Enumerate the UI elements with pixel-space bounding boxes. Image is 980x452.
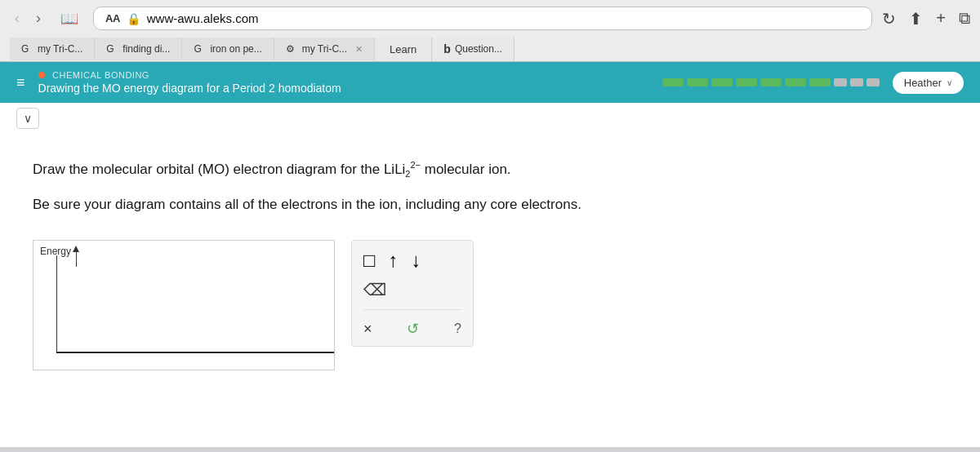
- tab-my-tric-1[interactable]: G my Tri-C...: [10, 38, 95, 60]
- energy-diagram[interactable]: Energy: [33, 240, 335, 370]
- back-button[interactable]: ‹: [10, 8, 24, 29]
- prog-6: [785, 78, 806, 86]
- ion-formula: Li22−: [394, 162, 421, 177]
- prog-8: [834, 78, 847, 86]
- prog-9: [850, 78, 863, 86]
- prog-10: [866, 78, 880, 86]
- progress-bar: [662, 78, 880, 86]
- hamburger-icon[interactable]: ≡: [16, 74, 25, 91]
- question-text-after: molecular ion.: [421, 162, 511, 177]
- prog-5: [760, 78, 782, 86]
- arrow-up-tool-icon[interactable]: ↑: [389, 249, 399, 272]
- tab-iron-on-pe[interactable]: G iron on pe...: [182, 38, 274, 60]
- prog-3: [711, 78, 733, 86]
- energy-arrow-icon: [73, 247, 79, 267]
- bold-b-icon: b: [443, 42, 451, 55]
- x-axis-line: [56, 352, 334, 353]
- header-topic: CHEMICAL BONDING Drawing the MO energy d…: [38, 70, 649, 95]
- aa-label: AA: [105, 12, 120, 24]
- ion-subscript: 2: [405, 169, 410, 179]
- tab-question[interactable]: b Question...: [432, 37, 514, 61]
- y-axis-line: [56, 255, 57, 353]
- question-line2: Be sure your diagram contains all of the…: [33, 193, 947, 215]
- prog-4: [736, 78, 757, 86]
- tab-learn[interactable]: Learn: [375, 38, 432, 61]
- url-text: www-awu.aleks.com: [147, 11, 259, 25]
- question-area: Draw the molecular orbital (MO) electron…: [0, 134, 980, 447]
- arrow-down-tool-icon[interactable]: ↓: [412, 249, 421, 272]
- google-favicon-3: G: [194, 43, 205, 55]
- browser-tabs: G my Tri-C... G finding di... G iron on …: [10, 37, 970, 61]
- topic-dot: [38, 72, 45, 78]
- user-menu-button[interactable]: Heather ∨: [893, 72, 964, 94]
- tool-row-top: □ ↑ ↓: [363, 249, 461, 272]
- undo-tool-icon[interactable]: ↺: [407, 320, 419, 338]
- toolbar-actions: ↻ ⬆ + ⧉: [882, 9, 970, 29]
- tool-divider: [363, 309, 461, 310]
- tabs-icon[interactable]: ⧉: [959, 9, 970, 28]
- close-tool-icon[interactable]: ×: [363, 321, 372, 338]
- tool-row-eraser: ⌫: [363, 280, 461, 299]
- prog-2: [687, 78, 708, 86]
- tab-label-1: my Tri-C...: [38, 43, 82, 55]
- browser-chrome: ‹ › 📖 AA 🔒 www-awu.aleks.com ↻ ⬆ + ⧉ G m…: [0, 0, 980, 62]
- topic-dropdown-button[interactable]: ∨: [16, 108, 39, 129]
- tool-panel: □ ↑ ↓ ⌫ × ↺ ?: [351, 240, 474, 347]
- tab-finding-di[interactable]: G finding di...: [95, 38, 182, 60]
- energy-label: Energy: [40, 246, 79, 267]
- tab-label-3: iron on pe...: [210, 43, 261, 55]
- topic-label: CHEMICAL BONDING: [38, 70, 649, 80]
- tab-learn-label: Learn: [390, 43, 416, 55]
- nav-buttons: ‹ ›: [10, 8, 46, 29]
- tab-question-label: Question...: [455, 43, 502, 55]
- gear-favicon-4: ⚙: [286, 43, 297, 55]
- google-favicon-2: G: [106, 43, 118, 55]
- tab-label-2: finding di...: [122, 43, 170, 55]
- chevron-down-icon: ∨: [947, 78, 952, 87]
- box-tool-icon[interactable]: □: [363, 249, 376, 272]
- help-tool-icon[interactable]: ?: [454, 321, 461, 336]
- share-icon[interactable]: ⬆: [909, 9, 923, 29]
- tab-close-4[interactable]: ✕: [355, 44, 363, 55]
- prog-1: [662, 78, 684, 86]
- forward-button[interactable]: ›: [31, 8, 46, 29]
- browser-toolbar: ‹ › 📖 AA 🔒 www-awu.aleks.com ↻ ⬆ + ⧉: [10, 7, 970, 30]
- lock-icon: 🔒: [127, 12, 140, 25]
- reload-icon[interactable]: ↻: [882, 9, 896, 29]
- tab-my-tric-2[interactable]: ⚙ my Tri-C... ✕: [274, 38, 375, 60]
- diagram-row: Energy □ ↑ ↓ ⌫: [33, 240, 947, 370]
- book-icon[interactable]: 📖: [56, 8, 83, 29]
- question-text-before: Draw the molecular orbital (MO) electron…: [33, 162, 394, 177]
- add-tab-icon[interactable]: +: [936, 9, 946, 28]
- aleks-header: ≡ CHEMICAL BONDING Drawing the MO energy…: [0, 62, 980, 103]
- tool-row-bottom: × ↺ ?: [363, 320, 461, 338]
- question-line1: Draw the molecular orbital (MO) electron…: [33, 158, 947, 182]
- sub-header: ∨: [0, 103, 980, 134]
- main-content: ≡ CHEMICAL BONDING Drawing the MO energy…: [0, 62, 980, 447]
- header-title: Drawing the MO energy diagram for a Peri…: [38, 82, 649, 95]
- address-bar[interactable]: AA 🔒 www-awu.aleks.com: [93, 7, 872, 30]
- tab-label-4: my Tri-C...: [302, 43, 347, 55]
- ion-charge: 2−: [410, 160, 421, 170]
- prog-7: [809, 78, 831, 86]
- user-name: Heather: [904, 77, 942, 89]
- google-favicon-1: G: [21, 43, 33, 55]
- eraser-tool-icon[interactable]: ⌫: [363, 280, 386, 299]
